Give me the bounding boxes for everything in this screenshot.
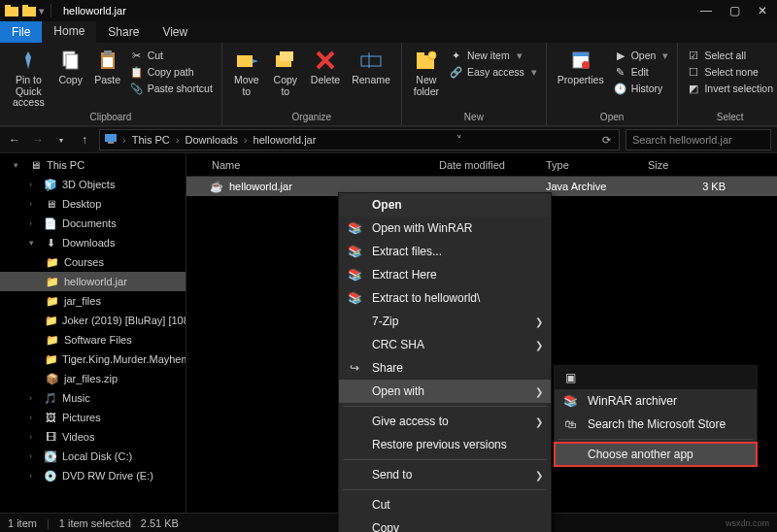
select-all-button[interactable]: ☑Select all xyxy=(684,48,749,63)
ctx-copy[interactable]: Copy xyxy=(339,516,551,532)
copy-path-button[interactable]: 📋Copy path xyxy=(127,64,197,80)
ctx-restore-versions[interactable]: Restore previous versions xyxy=(339,433,551,456)
move-to-button[interactable]: Move to xyxy=(228,46,265,99)
status-selected: 1 item selected xyxy=(59,517,131,529)
tab-file[interactable]: File xyxy=(0,21,42,43)
svg-rect-3 xyxy=(22,5,28,9)
tab-share[interactable]: Share xyxy=(96,21,151,43)
nav-documents[interactable]: ›📄Documents xyxy=(0,214,186,233)
ctx-open-with-winrar[interactable]: 📚Open with WinRAR xyxy=(339,216,551,240)
nav-downloads[interactable]: ▾⬇Downloads xyxy=(0,233,186,252)
navigation-pane[interactable]: ▾🖥This PC ›🧊3D Objects ›🖥Desktop ›📄Docum… xyxy=(0,153,186,513)
forward-button[interactable]: → xyxy=(29,131,47,149)
folder-icon: 📁 xyxy=(45,352,58,366)
ctx-share[interactable]: ↪Share xyxy=(339,356,551,380)
ctx-7zip[interactable]: 7-Zip❯ xyxy=(339,310,551,333)
svg-point-16 xyxy=(428,51,436,59)
ctx-extract-to[interactable]: 📚Extract to helloworld\ xyxy=(339,286,551,310)
disc-icon: 💿 xyxy=(43,469,58,482)
rename-button[interactable]: Rename xyxy=(347,46,395,88)
ctx-cut[interactable]: Cut xyxy=(339,493,551,516)
new-item-button[interactable]: ✦New item▾ xyxy=(447,48,525,63)
copy-to-button[interactable]: Copy to xyxy=(267,46,304,99)
maximize-button[interactable]: ▢ xyxy=(729,4,740,17)
close-button[interactable]: ✕ xyxy=(758,4,767,17)
tab-home[interactable]: Home xyxy=(42,21,96,43)
group-label: Select xyxy=(684,111,776,125)
pin-icon xyxy=(15,48,42,73)
nav-joker[interactable]: 📁Joker (2019) [BluRay] [1080p] xyxy=(0,311,186,330)
back-button[interactable]: ← xyxy=(6,131,23,149)
copy-path-icon: 📋 xyxy=(130,65,144,79)
nav-jar-files-zip[interactable]: 📦jar_files.zip xyxy=(0,369,186,388)
svg-rect-7 xyxy=(104,50,112,55)
open-button[interactable]: ▶Open▾ xyxy=(611,48,672,63)
sub-microsoft-store[interactable]: 🛍Search the Microsoft Store xyxy=(555,413,757,436)
folder-icon: 📁 xyxy=(45,294,60,308)
nav-videos[interactable]: ›🎞Videos xyxy=(0,427,186,447)
copy-button[interactable]: Copy xyxy=(53,46,88,88)
search-input[interactable]: Search helloworld.jar xyxy=(625,129,771,150)
invert-selection-button[interactable]: ◩Invert selection xyxy=(684,81,776,96)
minimize-button[interactable]: — xyxy=(700,4,712,17)
crumb-downloads[interactable]: Downloads xyxy=(181,134,241,146)
group-open: Properties ▶Open▾ ✎Edit 🕑History Open xyxy=(547,43,679,125)
crumb-file[interactable]: helloworld.jar xyxy=(250,134,321,146)
history-button[interactable]: 🕑History xyxy=(611,81,666,96)
recent-button[interactable]: ▾ xyxy=(52,131,70,149)
nav-courses[interactable]: 📁Courses xyxy=(0,252,186,272)
col-size[interactable]: Size xyxy=(648,159,735,171)
svg-rect-12 xyxy=(361,56,381,66)
nav-jar-files[interactable]: 📁jar_files xyxy=(0,291,186,311)
paste-button[interactable]: Paste xyxy=(90,46,125,88)
column-headers[interactable]: Name Date modified Type Size xyxy=(186,153,777,177)
ctx-open[interactable]: Open xyxy=(339,193,551,216)
new-folder-button[interactable]: New folder xyxy=(408,46,445,99)
ctx-send-to[interactable]: Send to❯ xyxy=(339,463,551,486)
videos-icon: 🎞 xyxy=(43,430,58,444)
nav-helloworld-jar[interactable]: 📁helloworld.jar xyxy=(0,272,186,291)
nav-pictures[interactable]: ›🖼Pictures xyxy=(0,408,186,427)
ctx-crc-sha[interactable]: CRC SHA❯ xyxy=(339,333,551,356)
col-type[interactable]: Type xyxy=(546,159,648,171)
svg-rect-18 xyxy=(573,52,589,56)
sub-redacted[interactable]: ▣█████████ xyxy=(555,366,757,389)
store-icon: 🛍 xyxy=(558,416,582,433)
ctx-give-access-to[interactable]: Give access to❯ xyxy=(339,410,551,433)
nav-music[interactable]: ›🎵Music xyxy=(0,388,186,408)
breadcrumb[interactable]: › This PC › Downloads › helloworld.jar ˅… xyxy=(99,129,620,150)
ctx-extract-here[interactable]: 📚Extract Here xyxy=(339,263,551,286)
pin-to-quick-access-button[interactable]: Pin to Quick access xyxy=(6,46,51,111)
paste-shortcut-button[interactable]: 📎Paste shortcut xyxy=(127,81,216,96)
nav-tiger-king[interactable]: 📁Tiger.King.Murder.Mayhem xyxy=(0,349,186,369)
window-title: helloworld.jar xyxy=(63,5,126,17)
col-date[interactable]: Date modified xyxy=(439,159,546,171)
edit-button[interactable]: ✎Edit xyxy=(611,64,652,80)
nav-dvd-rw-drive[interactable]: ›💿DVD RW Drive (E:) xyxy=(0,466,186,485)
folder-icon xyxy=(4,3,19,18)
properties-button[interactable]: Properties xyxy=(553,46,609,88)
nav-local-disk-c[interactable]: ›💽Local Disk (C:) xyxy=(0,447,186,466)
winrar-icon: 📚 xyxy=(343,219,366,237)
cut-button[interactable]: ✂Cut xyxy=(127,48,166,63)
folder-icon: 📁 xyxy=(45,255,60,269)
easy-access-button[interactable]: 🔗Easy access▾ xyxy=(447,64,540,80)
crumb-thispc[interactable]: This PC xyxy=(128,134,174,146)
dropdown-button[interactable]: ˅ xyxy=(453,134,466,147)
watermark: wsxdn.com xyxy=(726,518,769,528)
properties-icon xyxy=(567,48,594,73)
sub-winrar[interactable]: 📚WinRAR archiver xyxy=(555,389,757,413)
delete-button[interactable]: Delete xyxy=(306,46,345,88)
refresh-button[interactable]: ⟳ xyxy=(598,134,615,147)
nav-software-files[interactable]: 📁Software Files xyxy=(0,330,186,349)
col-name[interactable]: Name xyxy=(186,159,439,171)
ctx-extract-files[interactable]: 📚Extract files... xyxy=(339,240,551,263)
nav-3d-objects[interactable]: ›🧊3D Objects xyxy=(0,175,186,194)
sub-choose-another-app[interactable]: Choose another app xyxy=(555,443,757,466)
nav-this-pc[interactable]: ▾🖥This PC xyxy=(0,155,186,175)
select-none-button[interactable]: ☐Select none xyxy=(684,64,760,80)
nav-desktop[interactable]: ›🖥Desktop xyxy=(0,194,186,214)
tab-view[interactable]: View xyxy=(151,21,199,43)
ctx-open-with[interactable]: Open with❯ xyxy=(339,380,551,403)
up-button[interactable]: ↑ xyxy=(76,131,93,149)
